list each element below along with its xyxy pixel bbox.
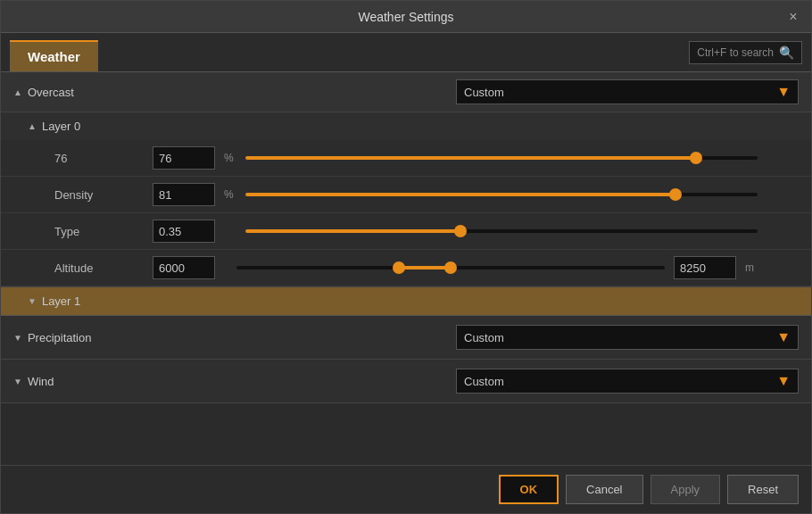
density-slider[interactable] [245,187,758,202]
type-label: Type [54,225,144,238]
apply-button[interactable]: Apply [650,475,721,504]
density-thumb[interactable] [669,188,682,201]
layer0-label: Layer 0 [42,120,80,133]
coverage-track [245,156,758,160]
precipitation-arrow-icon: ▼ [13,333,22,343]
content-area: ▲ Overcast Custom ▼ ▲ Layer 0 76 % [1,72,811,465]
overcast-label: Overcast [28,86,74,99]
layer1-label: Layer 1 [42,294,80,308]
overcast-dropdown[interactable]: Custom ▼ [456,79,799,104]
layer0-header[interactable]: ▲ Layer 0 [1,112,811,140]
altitude-fill [399,266,451,269]
type-thumb[interactable] [454,225,467,237]
footer: OK Cancel Apply Reset [1,465,811,513]
altitude-left-input[interactable] [153,256,215,279]
close-button[interactable]: × [784,8,802,26]
wind-dropdown-arrow-icon: ▼ [776,373,791,389]
ok-button[interactable]: OK [499,475,559,504]
precipitation-label-group: ▼ Precipitation [13,331,91,344]
coverage-unit: % [224,152,236,164]
overcast-label-group: ▲ Overcast [13,86,74,99]
dialog-title: Weather Settings [358,10,453,24]
layer1-header[interactable]: ▼ Layer 1 [1,287,811,316]
altitude-right-input[interactable] [674,256,736,279]
density-row: Density % [1,177,811,213]
cancel-button[interactable]: Cancel [566,475,642,504]
layer0-arrow-icon: ▲ [28,121,37,131]
tab-bar: Weather Ctrl+F to search 🔍 [1,33,811,72]
type-fill [245,229,460,233]
altitude-label: Altitude [54,261,144,275]
altitude-track [236,266,665,269]
type-track [245,229,758,233]
wind-dropdown-value: Custom [464,375,504,388]
altitude-range-slider[interactable] [236,261,665,275]
density-label: Density [54,188,144,202]
coverage-row: 76 % [1,140,811,177]
wind-label-group: ▼ Wind [13,375,54,388]
density-track [245,193,758,196]
altitude-unit-right: m [745,261,758,274]
search-box[interactable]: Ctrl+F to search 🔍 [689,41,802,64]
altitude-thumb-left[interactable] [393,261,405,274]
coverage-thumb[interactable] [690,152,702,164]
reset-button[interactable]: Reset [727,475,799,504]
density-fill [245,193,675,196]
type-input[interactable] [153,220,215,243]
precipitation-dropdown[interactable]: Custom ▼ [456,325,799,350]
density-unit: % [224,188,236,201]
overcast-section-header[interactable]: ▲ Overcast Custom ▼ [1,72,811,112]
weather-settings-dialog: Weather Settings × Weather Ctrl+F to sea… [0,0,812,514]
wind-section[interactable]: ▼ Wind Custom ▼ [1,360,811,403]
coverage-label: 76 [54,152,144,165]
density-input[interactable] [153,183,215,206]
overcast-dropdown-value: Custom [464,86,504,99]
layer0-subsection: ▲ Layer 0 76 % Density % [1,112,811,287]
title-bar: Weather Settings × [1,1,811,33]
precipitation-dropdown-arrow-icon: ▼ [776,329,791,345]
coverage-input[interactable] [153,146,215,170]
coverage-fill [245,156,696,160]
type-slider[interactable] [245,224,758,238]
overcast-dropdown-arrow-icon: ▼ [776,84,791,100]
precipitation-section[interactable]: ▼ Precipitation Custom ▼ [1,316,811,360]
overcast-arrow-icon: ▲ [13,87,22,97]
wind-dropdown[interactable]: Custom ▼ [456,369,799,394]
coverage-slider[interactable] [245,151,758,165]
tab-weather[interactable]: Weather [10,40,98,71]
altitude-thumb-right[interactable] [444,261,457,274]
search-placeholder: Ctrl+F to search [697,46,774,59]
precipitation-label: Precipitation [28,331,92,344]
type-row: Type [1,213,811,250]
precipitation-dropdown-value: Custom [464,331,504,344]
layer1-arrow-icon: ▼ [28,296,37,306]
wind-arrow-icon: ▼ [13,377,22,386]
altitude-row: Altitude m [1,250,811,286]
wind-label: Wind [28,375,54,388]
search-icon: 🔍 [779,46,794,60]
